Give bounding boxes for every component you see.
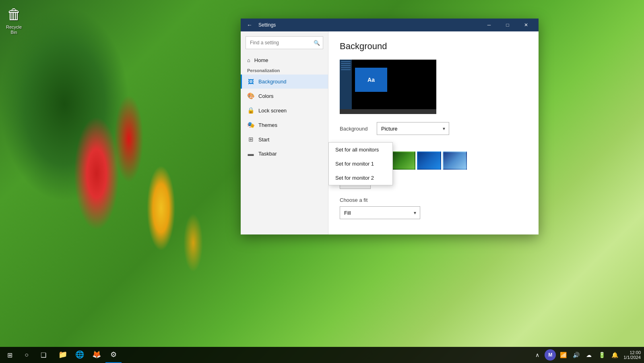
taskbar-tray: ∧ M 📶 🔊 ☁ 🔋 🔔 12:00 1/1/2024 xyxy=(532,349,644,361)
minimize-icon: ─ xyxy=(487,22,491,28)
preview-taskbar xyxy=(340,109,436,114)
preview-sidebar-line-4 xyxy=(341,67,351,68)
preview-window: Aa xyxy=(355,68,387,92)
sidebar-item-taskbar[interactable]: ▬ Taskbar xyxy=(241,147,328,161)
desktop: 🗑 Recycle Bin ← Settings ─ □ ✕ xyxy=(0,0,644,363)
task-view-button[interactable]: ❑ xyxy=(35,347,52,363)
sidebar-item-start[interactable]: ⊞ Start xyxy=(241,132,328,147)
search-button[interactable]: ○ xyxy=(19,347,35,363)
fit-label: Choose a fit xyxy=(340,197,527,203)
tray-notifications-icon[interactable]: 🔔 xyxy=(609,349,620,361)
minimize-button[interactable]: ─ xyxy=(480,19,498,31)
tray-volume-icon[interactable]: 🔊 xyxy=(570,349,582,361)
window-body: 🔍 ⌂ Home Personalization 🖼 Background 🎨 … xyxy=(241,31,539,234)
tray-network-icon[interactable]: 📶 xyxy=(557,349,569,361)
start-nav-icon: ⊞ xyxy=(247,136,254,143)
background-type-label: Background xyxy=(340,126,372,132)
search-icon: 🔍 xyxy=(314,40,320,46)
search-taskbar-icon: ○ xyxy=(25,351,29,359)
taskbar-app-firefox[interactable]: 🦊 xyxy=(89,347,105,363)
taskbar-left: ⊞ ○ ❑ xyxy=(0,347,52,363)
preview-sidebar-line-1 xyxy=(341,61,351,62)
search-input[interactable] xyxy=(246,36,323,49)
background-nav-label: Background xyxy=(258,79,286,85)
fit-dropdown-wrapper: Fill Fit Stretch Tile Center Span ▼ xyxy=(340,206,420,219)
sidebar: 🔍 ⌂ Home Personalization 🖼 Background 🎨 … xyxy=(241,31,328,234)
preview-sidebar-line-5 xyxy=(341,69,351,70)
tray-date: 1/1/2024 xyxy=(623,355,641,360)
context-menu-item-monitor-2[interactable]: Set for monitor 2 xyxy=(329,171,392,185)
home-icon: ⌂ xyxy=(247,57,250,63)
preview-sidebar-line-2 xyxy=(341,63,351,64)
close-icon: ✕ xyxy=(524,22,528,28)
thumbnail-4[interactable] xyxy=(417,151,441,170)
taskbar-apps: 📁 🌐 🦊 ⚙ xyxy=(55,347,122,363)
lock-screen-nav-label: Lock screen xyxy=(258,108,287,114)
main-content: Background Aa Background xyxy=(328,31,539,234)
window-title: Settings xyxy=(258,22,480,28)
maximize-icon: □ xyxy=(506,22,509,28)
recycle-bin-icon[interactable]: 🗑 Recycle Bin xyxy=(6,6,22,35)
tray-time: 12:00 xyxy=(630,350,641,355)
thumbnail-5[interactable] xyxy=(443,151,467,170)
maximize-button[interactable]: □ xyxy=(498,19,517,31)
tray-clock[interactable]: 12:00 1/1/2024 xyxy=(623,350,641,360)
window-controls: ─ □ ✕ xyxy=(480,19,535,31)
background-type-select[interactable]: Picture Solid color Slideshow xyxy=(377,122,449,135)
window-back-button[interactable]: ← xyxy=(244,19,255,31)
sidebar-item-colors[interactable]: 🎨 Colors xyxy=(241,89,328,103)
start-nav-label: Start xyxy=(258,137,269,143)
tray-onedrive-icon[interactable]: ☁ xyxy=(583,349,594,361)
preview-sidebar-line-3 xyxy=(341,65,351,66)
settings-window: ← Settings ─ □ ✕ 🔍 xyxy=(241,19,539,234)
context-menu-item-monitor-1[interactable]: Set for monitor 1 xyxy=(329,157,392,171)
tray-avatar[interactable]: M xyxy=(545,349,556,361)
sidebar-item-home[interactable]: ⌂ Home xyxy=(241,54,328,66)
background-type-row: Background Picture Solid color Slideshow… xyxy=(340,122,527,135)
background-nav-icon: 🖼 xyxy=(247,78,254,85)
page-title: Background xyxy=(340,41,527,52)
background-preview: Aa xyxy=(340,60,436,114)
taskbar-nav-label: Taskbar xyxy=(258,151,277,157)
window-titlebar: ← Settings ─ □ ✕ xyxy=(241,19,539,31)
colors-nav-icon: 🎨 xyxy=(247,92,254,100)
task-view-icon: ❑ xyxy=(41,351,46,359)
taskbar-app-file-explorer[interactable]: 📁 xyxy=(55,347,71,363)
recycle-bin-graphic: 🗑 xyxy=(7,6,21,23)
sidebar-item-lock-screen[interactable]: 🔒 Lock screen xyxy=(241,103,328,118)
tray-chevron-icon[interactable]: ∧ xyxy=(532,349,543,361)
taskbar: ⊞ ○ ❑ 📁 🌐 🦊 ⚙ ∧ M 📶 🔊 ☁ 🔋 🔔 12:00 xyxy=(0,347,644,363)
context-menu: Set for all monitors Set for monitor 1 S… xyxy=(328,142,393,185)
preview-sidebar xyxy=(340,60,352,109)
sidebar-item-themes[interactable]: 🎭 Themes xyxy=(241,118,328,132)
home-label: Home xyxy=(254,57,268,63)
context-menu-item-all-monitors[interactable]: Set for all monitors xyxy=(329,143,392,157)
sidebar-section-label: Personalization xyxy=(241,66,328,75)
sidebar-item-background[interactable]: 🖼 Background xyxy=(241,75,328,89)
taskbar-app-settings[interactable]: ⚙ xyxy=(105,347,122,363)
background-type-dropdown-wrapper: Picture Solid color Slideshow ▼ xyxy=(377,122,449,135)
fit-select[interactable]: Fill Fit Stretch Tile Center Span xyxy=(340,206,420,219)
themes-nav-label: Themes xyxy=(258,122,277,128)
start-button[interactable]: ⊞ xyxy=(2,347,18,363)
sidebar-search: 🔍 xyxy=(246,36,323,49)
lock-screen-nav-icon: 🔒 xyxy=(247,107,254,114)
taskbar-nav-icon: ▬ xyxy=(247,150,254,157)
tray-battery-icon[interactable]: 🔋 xyxy=(596,349,607,361)
start-icon: ⊞ xyxy=(7,351,12,359)
themes-nav-icon: 🎭 xyxy=(247,121,254,129)
thumbnail-3[interactable] xyxy=(391,151,415,170)
colors-nav-label: Colors xyxy=(258,93,274,99)
back-icon: ← xyxy=(247,22,252,28)
recycle-bin-label: Recycle Bin xyxy=(6,25,22,35)
taskbar-app-edge[interactable]: 🌐 xyxy=(72,347,88,363)
close-button[interactable]: ✕ xyxy=(517,19,535,31)
